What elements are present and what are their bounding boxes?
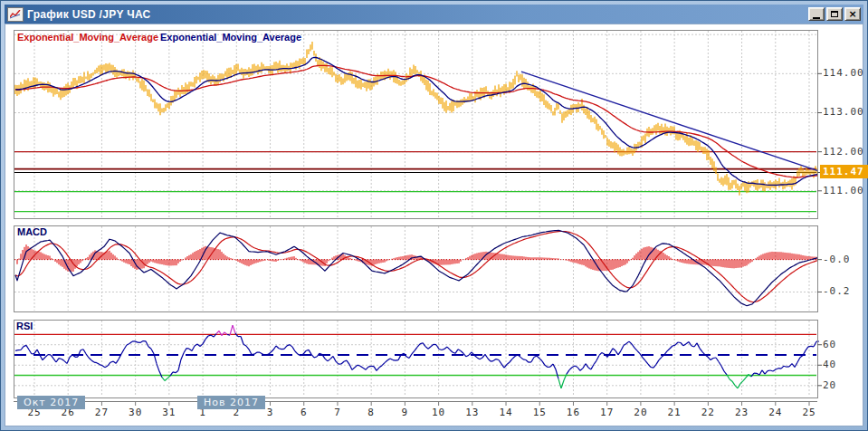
rsi-panel-label: RSI [16, 321, 33, 331]
date-label: 20 [634, 407, 647, 418]
close-icon: × [848, 8, 856, 20]
rsi-axis-label: 60 [823, 339, 836, 350]
date-label: 22 [701, 407, 715, 418]
price-axis-label: 114.00 [823, 67, 864, 79]
price-axis-label: 112.00 [823, 146, 864, 158]
macd-axis-label: -0.0 [823, 254, 851, 265]
maximize-icon [831, 11, 838, 17]
window-controls: × [808, 7, 861, 21]
date-label: 30 [129, 407, 142, 418]
date-label: 14 [499, 407, 512, 418]
minimize-button[interactable] [808, 7, 825, 21]
date-label: 31 [162, 407, 176, 418]
date-label: 3 [267, 407, 274, 418]
rsi-axis-label: 40 [823, 359, 836, 370]
macd-panel-label: MACD [17, 226, 47, 237]
window-title: График USD /JPY ЧАС [27, 8, 805, 21]
chart-icon [7, 7, 24, 22]
date-label: 9 [402, 407, 409, 418]
rsi-axis-label: 20 [823, 379, 836, 391]
date-label: 23 [735, 407, 749, 418]
date-label: 8 [367, 407, 375, 418]
minimize-icon [813, 17, 820, 19]
close-button[interactable]: × [844, 7, 861, 21]
date-label: 6 [300, 407, 308, 418]
price-axis-label: 111.00 [823, 185, 864, 196]
ema-label-blue: Exponential_Moving_Average [160, 32, 301, 43]
date-label: 21 [668, 407, 682, 418]
chart-window: График USD /JPY ЧАС × Exponential_Moving… [0, 0, 868, 431]
date-label: 17 [600, 407, 614, 418]
date-label: 13 [465, 407, 479, 418]
date-label: 15 [533, 407, 547, 418]
maximize-button[interactable] [826, 7, 843, 21]
date-label: 7 [334, 407, 341, 418]
titlebar[interactable]: График USD /JPY ЧАС × [5, 5, 863, 24]
date-label: 16 [567, 407, 580, 418]
date-label: 10 [432, 407, 445, 418]
macd-axis-label: -0.2 [823, 285, 851, 297]
month-badge-oct: Окт 2017 [17, 396, 85, 409]
date-label: 25 [802, 407, 816, 418]
month-badge-nov: Нов 2017 [197, 396, 265, 409]
price-axis-label: 113.00 [823, 106, 864, 118]
date-label: 24 [768, 407, 782, 418]
date-label: 27 [95, 407, 109, 418]
ema-label-red: Exponential_Moving_Average [17, 32, 158, 43]
current-price-tag: 111.47 [820, 165, 868, 178]
usdjpy-hour-chart[interactable] [1, 1, 868, 431]
